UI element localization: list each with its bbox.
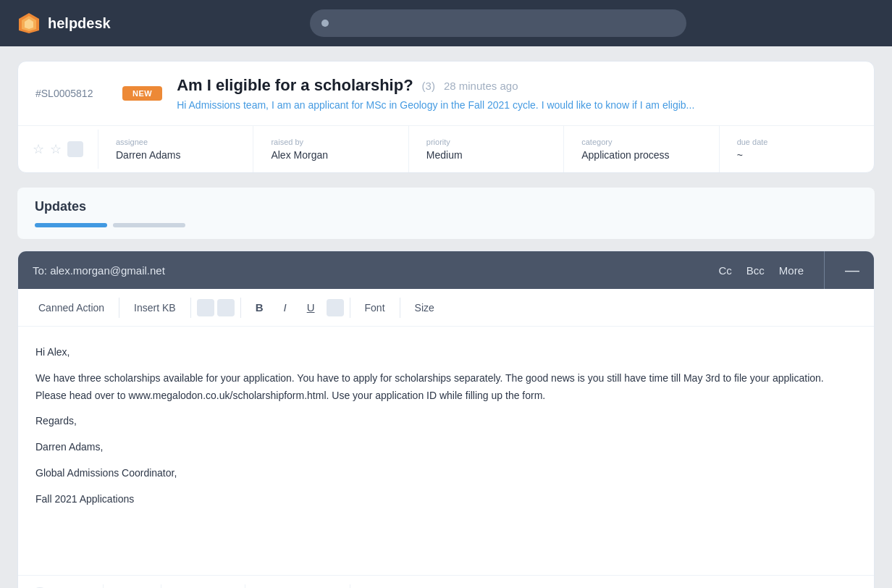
ticket-header: #SL0005812 NEW Am I eligible for a schol… [18,62,874,126]
logo: helpdesk [17,12,111,35]
ticket-time: 28 minutes ago [444,80,518,92]
search-icon [321,20,329,27]
priority-value: Medium [426,149,546,161]
bottom-assignee-field: assignee Darren Adams [161,584,245,588]
star-filled-icon[interactable]: ☆ [50,141,62,157]
category-label: category [581,138,701,146]
toolbar-sep-2 [190,298,191,318]
color-btn-3[interactable] [327,299,344,316]
due-date-value: ~ [737,149,857,161]
raised-by-label: raised by [271,138,390,146]
to-divider [824,251,825,289]
star-outline-icon[interactable]: ☆ [33,141,44,157]
italic-button[interactable]: I [275,297,295,318]
app-name: helpdesk [48,15,111,32]
email-paragraph: We have three scholarships available for… [35,370,857,405]
bcc-button[interactable]: Bcc [746,264,765,277]
toolbar-sep-3 [240,298,241,318]
email-body[interactable]: Hi Alex, We have three scholarships avai… [18,327,874,575]
ticket-actions: ☆ ☆ [18,130,98,169]
minimize-button[interactable]: — [845,262,859,279]
to-actions: Cc Bcc More — [718,251,859,289]
to-address: To: alex.morgan@gmail.net [33,264,718,277]
ticket-card: #SL0005812 NEW Am I eligible for a schol… [17,61,875,173]
to-line: To: alex.morgan@gmail.net Cc Bcc More — [18,251,874,289]
updates-tab-active[interactable] [35,223,107,227]
toolbar-sep-5 [400,298,400,318]
updates-tabs [35,223,857,227]
ticket-meta: ☆ ☆ assignee Darren Adams raised by Alex… [18,126,874,172]
more-button[interactable]: More [779,264,804,277]
assignee-field: assignee Darren Adams [98,126,253,172]
category-value: Application process [581,149,701,161]
ticket-preview: Hi Admissions team, I am an applicant fo… [177,99,857,111]
ticket-count: (3) [422,80,435,92]
email-sender-name: Darren Adams, [35,439,857,456]
priority-field: priority Medium [409,126,564,172]
due-date-label: due date [737,138,857,146]
updates-title: Updates [35,199,857,214]
bottom-status-field: status New [59,584,104,588]
reply-card: To: alex.morgan@gmail.net Cc Bcc More — … [17,251,875,588]
email-regards: Regards, [35,413,857,430]
insert-kb-button[interactable]: Insert KB [125,298,185,318]
bottom-priority-field: priority Medium [104,584,161,588]
color-btn-2[interactable] [217,299,235,316]
ticket-id: #SL0005812 [35,88,108,99]
bottom-due-date-field: due date ~ [350,584,405,588]
color-btn-1[interactable] [197,299,214,316]
logo-icon [17,12,41,35]
ticket-title-area: Am I eligible for a scholarship? (3) 28 … [177,76,857,111]
bottom-category-field: category Application process [245,584,351,588]
font-button[interactable]: Font [356,298,394,318]
updates-tab-inactive[interactable] [113,223,185,227]
size-button[interactable]: Size [406,298,443,318]
email-sender-title: Global Admissions Coordinator, [35,465,857,482]
bold-button[interactable]: B [247,297,272,318]
bottom-meta-bar: status New priority Medium assignee Darr… [18,575,874,588]
menu-icon[interactable] [67,141,83,157]
underline-button[interactable]: U [298,297,324,318]
ticket-badge: NEW [122,86,162,101]
cc-button[interactable]: Cc [718,264,731,277]
topbar: helpdesk [0,0,892,46]
search-bar[interactable] [310,9,686,37]
updates-section: Updates [17,188,875,239]
editor-toolbar: Canned Action Insert KB B I U Font Size [18,289,874,327]
email-greeting: Hi Alex, [35,344,857,361]
priority-label: priority [426,138,546,146]
canned-action-button[interactable]: Canned Action [30,298,113,318]
due-date-field: due date ~ [720,126,874,172]
toolbar-sep-1 [119,298,119,318]
assignee-value: Darren Adams [116,149,235,161]
email-sender-dept: Fall 2021 Applications [35,491,857,508]
raised-by-field: raised by Alex Morgan [253,126,408,172]
toolbar-sep-4 [350,298,350,318]
assignee-label: assignee [116,138,235,146]
main-content: #SL0005812 NEW Am I eligible for a schol… [0,46,892,588]
ticket-title: Am I eligible for a scholarship? (3) 28 … [177,76,857,95]
category-field: category Application process [564,126,719,172]
raised-by-value: Alex Morgan [271,149,390,161]
